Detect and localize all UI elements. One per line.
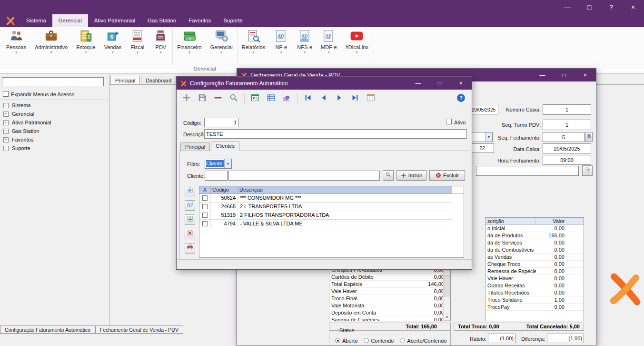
report-button[interactable] [365, 92, 377, 105]
row-checkbox[interactable] [202, 221, 208, 226]
fechamento-minimize-button[interactable]: — [532, 69, 553, 81]
grid-delete-button[interactable] [185, 229, 195, 239]
dialog-minimize-button[interactable]: — [407, 77, 429, 90]
grid-print-button[interactable] [185, 243, 195, 254]
ribbon-item-gerencial[interactable]: Gerencial▾ [206, 27, 237, 64]
grid-add-multi-button[interactable] [185, 200, 195, 211]
task-tab-fechamento-geral-de-venda-pdv[interactable]: Fechamento Geral de Venda - PDV [95, 326, 183, 334]
descricao-input[interactable] [204, 129, 467, 139]
ribbon-item-administrativo[interactable]: Administrativo▾ [30, 27, 72, 64]
resumo-list[interactable]: scrição Valor o Inicial0,00da de Produto… [485, 217, 584, 321]
ribbon-item-relatorios[interactable]: Relatórios▾ [237, 27, 270, 64]
ribbon-item-fiscal[interactable]: Fiscal▾ [126, 27, 149, 64]
filtro-combobox[interactable]: Cliente ▼ [205, 159, 232, 169]
cliente-lookup-button[interactable] [383, 170, 394, 181]
list-row[interactable]: Outras Receitas0,00 [485, 282, 584, 289]
fechamento-close-button[interactable]: × [575, 69, 596, 81]
list-row[interactable]: TrocoPay0,00 [485, 304, 584, 311]
numero-caixa-input[interactable] [543, 104, 591, 115]
observacao-button[interactable] [582, 165, 593, 176]
nav-prev-button[interactable] [317, 92, 330, 105]
status-radio-aberto[interactable]: Aberto [335, 338, 357, 344]
menu-favoritos[interactable]: Favoritos [182, 14, 217, 27]
status-radio-aberto-conferido[interactable]: Aberto/Conferido [400, 338, 446, 344]
expand-plus-icon[interactable]: + [3, 137, 9, 142]
scroll-down-icon[interactable]: ▼ [444, 314, 450, 321]
menu-sistema[interactable]: Sistema [20, 14, 52, 27]
dialog-maximize-button[interactable]: □ [429, 77, 450, 90]
menu-ativo-patrimonial[interactable]: Ativo Patrimonial [88, 14, 141, 27]
eraser-button[interactable] [280, 92, 293, 105]
diferenca-input[interactable] [547, 334, 584, 343]
list-row[interactable]: Sangria de Espécies0,00 [329, 316, 450, 321]
tree-item-gas-station[interactable]: +Gas Station [0, 127, 109, 135]
expand-plus-icon[interactable]: + [3, 129, 9, 134]
list-row[interactable]: Títulos Recebidos0,00 [485, 289, 584, 296]
chevron-down-icon[interactable]: ▼ [485, 132, 492, 142]
dialog-close-button[interactable]: × [450, 77, 472, 90]
cliente-codigo-input[interactable] [205, 171, 228, 181]
observacao-input[interactable] [476, 166, 579, 176]
expand-plus-icon[interactable]: + [3, 146, 9, 151]
list-row[interactable]: Cheque Troco0,00 [485, 261, 584, 268]
chevron-down-icon[interactable]: ▾ [50, 51, 52, 54]
task-tab-configuracao-faturamento-automatico[interactable]: Configuração Faturamento Automático [0, 326, 95, 334]
scrollbar-thumb[interactable] [444, 275, 450, 296]
table-row[interactable]: 246652 L TRANSPORTES LTDA [199, 203, 452, 211]
chevron-down-icon[interactable]: ▾ [304, 51, 306, 54]
ativo-checkbox[interactable] [446, 119, 452, 124]
export-grid-button[interactable] [249, 92, 261, 105]
chevron-down-icon[interactable]: ▾ [221, 51, 223, 54]
add-button[interactable] [180, 92, 193, 105]
cliente-nome-input[interactable] [228, 171, 380, 181]
help-button[interactable]: ? [456, 93, 466, 103]
chevron-down-icon[interactable]: ▾ [328, 51, 330, 54]
expand-menus-checkbox[interactable] [3, 91, 9, 97]
save-button[interactable] [196, 92, 208, 105]
ribbon-item-nfs-e[interactable]: @NFS-e▾ [293, 27, 317, 64]
tree-item-ativo-patrimonial[interactable]: +Ativo Patrimonial [0, 118, 109, 127]
restore-button[interactable]: □ [578, 0, 600, 14]
table-row[interactable]: 513192 FILHOS TRANSPORTADORA LTDA [199, 211, 452, 220]
incluir-button[interactable]: Incluir [396, 170, 426, 181]
ribbon-item-dicalinx[interactable]: #DicaLinx▾ [341, 27, 373, 64]
search-button[interactable] [228, 92, 240, 105]
list-row[interactable]: Troco Final0,00 [329, 295, 450, 302]
chevron-down-icon[interactable]: ▾ [15, 51, 17, 54]
list-row[interactable]: Troco Solidário1,00 [485, 296, 584, 304]
grid-add-button[interactable] [185, 186, 195, 196]
ribbon-item-financeiro[interactable]: $Financeiro▾ [172, 27, 206, 64]
table-row[interactable]: 50624*** CONSUMIDOR MG *** [199, 194, 452, 203]
turno-combobox[interactable]: ▼ [470, 132, 493, 142]
ribbon-item-pdv[interactable]: PDV▾ [149, 27, 172, 64]
ribbon-item-vendas[interactable]: $Vendas▾ [100, 27, 126, 64]
menu-suporte[interactable]: Suporte [217, 14, 248, 27]
codigo-caixa-field[interactable] [470, 143, 494, 153]
list-row[interactable]: Vale Motorista0,00 [329, 302, 450, 309]
dialog-tab-clientes[interactable]: Clientes [211, 142, 239, 151]
dialog-titlebar[interactable]: Configuração Faturamento Automático — □ … [177, 77, 472, 90]
tab-principal[interactable]: Principal [110, 76, 140, 85]
help-button[interactable]: ? [600, 0, 622, 14]
table-button[interactable] [265, 92, 277, 105]
tree-item-sistema[interactable]: +Sistema [0, 101, 109, 110]
sidebar-search-input[interactable] [2, 77, 104, 86]
list-row[interactable]: da de Produtos165,00 [485, 232, 584, 239]
ribbon-item-estoque[interactable]: Estoque▾ [72, 27, 99, 64]
rateio-input[interactable] [488, 334, 515, 343]
nav-first-button[interactable] [302, 92, 314, 105]
nav-last-button[interactable] [349, 92, 361, 105]
list-row[interactable]: Total Espécie146,00 [329, 281, 450, 288]
seq-turno-input[interactable] [543, 120, 591, 130]
list-row[interactable]: Vale Haver0,00 [329, 288, 450, 295]
chevron-down-icon[interactable]: ▾ [188, 51, 190, 54]
tab-dashboard[interactable]: Dashboard [141, 76, 176, 85]
chevron-down-icon[interactable]: ▾ [356, 51, 358, 54]
chevron-down-icon[interactable]: ▾ [160, 51, 162, 54]
chevron-down-icon[interactable]: ▼ [224, 159, 231, 168]
seq-fechamento-input[interactable] [543, 132, 585, 142]
minimize-button[interactable]: — [556, 0, 578, 14]
list-row[interactable]: Remessa de Espécies0,00 [485, 268, 584, 275]
delete-button[interactable] [212, 92, 224, 105]
tree-item-gerencial[interactable]: +Gerencial [0, 110, 109, 118]
